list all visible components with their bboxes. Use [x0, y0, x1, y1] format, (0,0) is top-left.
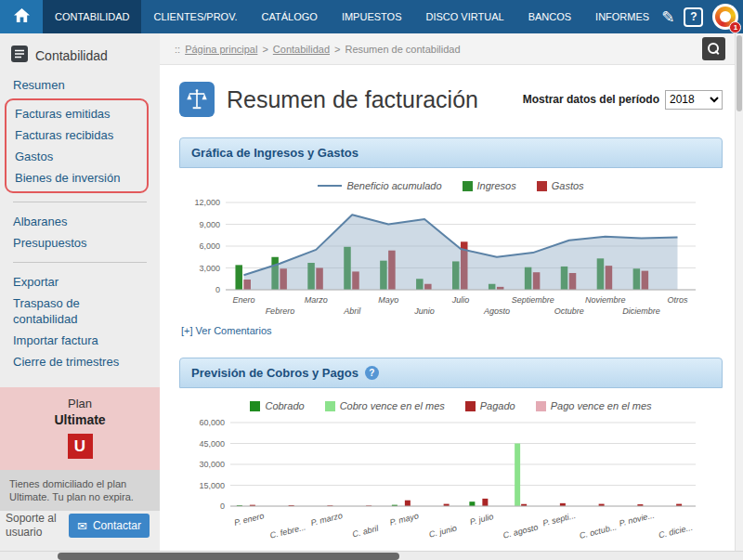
legend-label: Cobrado	[265, 400, 304, 411]
nav-tabs: CONTABILIDADCLIENTES/PROV.CATÁLOGOIMPUES…	[43, 0, 661, 33]
contact-button[interactable]: ✉ Contactar	[69, 514, 150, 538]
panel-prevision-title: Previsión de Cobros y Pagos	[191, 366, 358, 380]
svg-text:12,000: 12,000	[194, 198, 220, 207]
app-logo[interactable]: 1	[712, 4, 738, 30]
top-nav: CONTABILIDADCLIENTES/PROV.CATÁLOGOIMPUES…	[0, 0, 743, 33]
svg-text:Agosto: Agosto	[483, 306, 510, 316]
legend-label: Pago vence en el mes	[551, 400, 652, 411]
ingresos-gastos-legend: Beneficio acumuladoIngresosGastos	[179, 180, 723, 191]
horizontal-scrollbar[interactable]	[0, 551, 743, 560]
envelope-icon: ✉	[77, 520, 87, 532]
breadcrumb-current: Resumen de contabilidad	[345, 44, 460, 55]
tab-contabilidad[interactable]: CONTABILIDAD	[43, 0, 141, 33]
breadcrumb-separator: >	[334, 44, 340, 55]
notification-badge: 1	[729, 21, 741, 33]
svg-text:Marzo: Marzo	[305, 295, 328, 305]
plan-label: Plan	[0, 397, 160, 410]
help-icon[interactable]: ?	[684, 7, 703, 27]
legend-item-cobrado: Cobrado	[250, 400, 304, 411]
panel-ingresos-gastos: Gráfica de Ingresos y Gastos Beneficio a…	[179, 137, 723, 337]
svg-text:Diciembre: Diciembre	[622, 306, 660, 316]
svg-text:6,000: 6,000	[199, 241, 220, 251]
home-icon	[13, 7, 31, 26]
tab-bancos[interactable]: BANCOS	[516, 0, 583, 33]
sidebar-item-exportar[interactable]: Exportar	[0, 271, 160, 293]
horizontal-scrollbar-thumb[interactable]	[58, 553, 399, 560]
legend-swatch	[536, 401, 546, 411]
sidebar-divider	[13, 202, 147, 202]
svg-text:9,000: 9,000	[199, 220, 220, 229]
sidebar-divider	[13, 262, 147, 263]
svg-text:C. febre...: C. febre...	[269, 522, 307, 540]
legend-item-gastos: Gastos	[537, 180, 584, 191]
svg-text:P. mayo: P. mayo	[388, 511, 419, 527]
tab-catalogo[interactable]: CATÁLOGO	[250, 0, 330, 33]
panel-ingresos-gastos-title: Gráfica de Ingresos y Gastos	[191, 146, 358, 160]
svg-text:0: 0	[215, 285, 220, 294]
tab-clientes-prov[interactable]: CLIENTES/PROV.	[141, 0, 249, 33]
panel-ingresos-gastos-header: Gráfica de Ingresos y Gastos	[179, 137, 723, 168]
sidebar-item-traspaso-de-contabilidad[interactable]: Traspaso de contabilidad	[0, 293, 160, 330]
legend-item-beneficio-acumulado: Beneficio acumulado	[318, 180, 441, 191]
ver-comentarios-link[interactable]: [+] Ver Comentarios	[181, 325, 272, 336]
prevision-chart: 015,00030,00045,00060,000P. eneroC. febr…	[179, 413, 710, 551]
svg-text:Octubre: Octubre	[554, 306, 584, 316]
sidebar-item-facturas-emitidas[interactable]: Facturas emitidas	[7, 103, 147, 124]
support-label: Soporte al usuario	[6, 512, 63, 540]
svg-text:P. marzo: P. marzo	[310, 511, 344, 527]
svg-text:C. octub...: C. octub...	[579, 522, 618, 540]
sidebar-item-facturas-recibidas[interactable]: Facturas recibidas	[7, 124, 147, 146]
vertical-scrollbar[interactable]	[735, 33, 743, 551]
sidebar-highlight-box: Facturas emitidasFacturas recibidasGasto…	[5, 98, 149, 193]
sidebar-item-albaranes[interactable]: Albaranes	[0, 211, 160, 232]
svg-text:Mayo: Mayo	[378, 295, 398, 305]
tab-disco-virtual[interactable]: DISCO VIRTUAL	[413, 0, 515, 33]
legend-line-swatch	[318, 185, 342, 187]
plan-badge: U	[68, 434, 93, 459]
legend-item-pagado: Pagado	[465, 400, 515, 411]
breadcrumb: :: Página principal > Contabilidad > Res…	[160, 33, 735, 65]
svg-text:Enero: Enero	[232, 295, 254, 305]
contabilidad-icon	[11, 46, 28, 65]
vertical-scrollbar-thumb[interactable]	[736, 35, 742, 111]
breadcrumb-separator: >	[262, 44, 267, 55]
legend-item-pago-vence-en-el-mes: Pago vence en el mes	[536, 400, 652, 411]
content: Resumen de facturación Mostrar datos del…	[160, 65, 735, 551]
svg-text:C. agosto: C. agosto	[502, 523, 539, 540]
svg-text:P. enero: P. enero	[233, 511, 265, 527]
svg-text:C. dicie...: C. dicie...	[658, 523, 694, 540]
sidebar-item-gastos[interactable]: Gastos	[7, 146, 147, 167]
tab-informes[interactable]: INFORMES	[583, 0, 661, 33]
period-selector-group: Mostrar datos del período 2018	[523, 90, 723, 110]
legend-label: Ingresos	[477, 180, 516, 191]
svg-text:45,000: 45,000	[199, 439, 225, 449]
svg-text:60,000: 60,000	[199, 418, 225, 427]
plan-box: Plan Ultimate U	[0, 387, 160, 470]
sidebar-item-bienes-de-inversion[interactable]: Bienes de inversión	[7, 167, 147, 189]
svg-text:Septiembre: Septiembre	[512, 295, 554, 305]
plan-note: Tienes domiciliado el plan Ultimate. Tu …	[0, 470, 160, 511]
search-button[interactable]	[702, 37, 725, 60]
nav-right: ✎ ? 1	[661, 0, 743, 33]
svg-text:P. julio: P. julio	[469, 512, 495, 527]
sidebar-item-cierre-de-trimestres[interactable]: Cierre de trimestres	[0, 351, 160, 372]
main-area: :: Página principal > Contabilidad > Res…	[160, 33, 735, 551]
svg-text:15,000: 15,000	[199, 481, 225, 490]
breadcrumb-link-pagina-principal[interactable]: Página principal	[185, 44, 257, 55]
tab-impuestos[interactable]: IMPUESTOS	[330, 0, 414, 33]
sidebar-item-presupuestos[interactable]: Presupuestos	[0, 232, 160, 254]
svg-text:P. novie...: P. novie...	[619, 511, 656, 528]
contact-button-label: Contactar	[93, 519, 141, 532]
legend-item-ingresos: Ingresos	[463, 180, 516, 191]
sidebar-item-importar-factura[interactable]: Importar factura	[0, 330, 160, 351]
edit-icon[interactable]: ✎	[661, 9, 674, 25]
breadcrumb-link-contabilidad[interactable]: Contabilidad	[273, 44, 330, 55]
period-select[interactable]: 2018	[665, 90, 723, 110]
prevision-help-icon[interactable]: ?	[365, 366, 379, 380]
sidebar-item-resumen[interactable]: Resumen	[0, 74, 160, 96]
legend-label: Pagado	[480, 400, 515, 411]
ingresos-gastos-chart: 03,0006,0009,00012,000EneroFebreroMarzoA…	[179, 193, 710, 323]
home-button[interactable]	[0, 0, 43, 33]
legend-label: Cobro vence en el mes	[340, 400, 445, 411]
scales-icon	[179, 82, 215, 117]
